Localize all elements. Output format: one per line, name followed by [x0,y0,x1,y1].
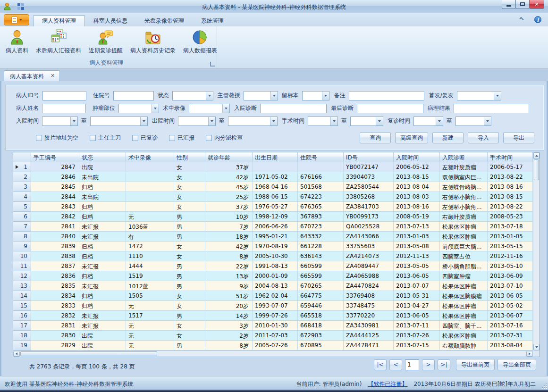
export-all-pages-button[interactable]: 导出全部页 [497,359,536,370]
column-header[interactable]: 就诊年龄 [205,152,253,162]
table-row[interactable]: 182830出院无女2岁2011-07-03672903ZA4444125201… [13,331,540,341]
filter-combo[interactable] [42,117,78,126]
dialog-launcher-icon[interactable] [210,62,215,67]
combo-dropdown-button[interactable] [376,117,383,125]
filter-text-input[interactable] [357,104,423,113]
collapse-ribbon-icon[interactable] [519,17,523,21]
row-header[interactable]: 6 [13,212,31,222]
filter-text-input[interactable] [349,91,424,100]
combo-dropdown-button[interactable] [152,104,159,113]
ribbon-button-2[interactable]: 术后病人汇报资料 [32,28,85,56]
table-row[interactable]: 142834归档1505女51岁1962-02-0466477533769408… [13,291,540,301]
table-row[interactable]: 42844未出院女25岁1988-06-15674223338052682013… [13,192,540,202]
filter-text-input[interactable] [454,104,529,113]
query-button[interactable]: 查询 [360,132,391,143]
filter-text-input[interactable] [42,104,86,113]
combo-dropdown-button[interactable] [330,117,337,125]
row-header[interactable]: 9 [13,242,31,251]
column-header[interactable]: 入院时间 [394,152,440,162]
close-button[interactable]: ✕ [529,0,544,9]
scroll-left-button[interactable] [13,351,20,357]
row-header[interactable]: 7 [13,222,31,232]
table-row[interactable]: 12847出院女37岁YB00721472006-05-12左额叶胶质瘤2006… [13,162,540,172]
filter-text-input[interactable] [42,91,86,100]
row-header[interactable]: 5 [13,202,31,212]
checkbox-reported[interactable] [169,135,175,141]
filter-combo[interactable] [413,117,443,126]
maximize-button[interactable] [515,0,530,9]
table-row[interactable]: 32845归档女45岁1968-04-16501568ZA25805442013… [13,182,540,192]
filter-combo[interactable] [350,117,383,126]
vertical-scrollbar[interactable] [533,152,540,350]
table-row[interactable]: 152833归档无女20岁1993-07-0765944633748475201… [13,301,540,311]
table-row[interactable]: 62842归档无男10岁1998-12-09367893YB0099173200… [13,212,540,222]
filter-combo[interactable] [118,104,159,113]
filter-combo[interactable] [455,117,491,126]
table-row[interactable]: 72841未汇报1036蓝男7岁2006-06-26670723QA002552… [13,222,540,232]
filter-combo[interactable] [302,91,329,100]
checkbox-chief-surgeon[interactable] [90,135,96,141]
filter-combo[interactable] [228,117,278,126]
filter-combo[interactable] [178,117,216,126]
checkbox-revisited[interactable] [132,135,138,141]
new-button[interactable]: 新建 [432,132,464,143]
row-header[interactable]: 3 [13,182,31,192]
combo-dropdown-button[interactable] [206,92,213,100]
tab-patient-basic-info[interactable]: 病人基本资料 ✕ [4,70,60,81]
filter-combo[interactable] [457,91,501,100]
scroll-right-button[interactable] [526,351,533,357]
checkbox-endocrine-exam[interactable] [206,135,212,141]
about-info-icon[interactable]: i [534,16,541,23]
ribbon-button-1[interactable]: 病人资料 [2,28,32,56]
table-row[interactable]: 132835未汇报1012蓝男9岁2004-08-13670265ZA44708… [13,281,540,291]
ribbon-tab-1[interactable]: 病人资料管理 [33,15,85,26]
filter-text-input[interactable] [260,104,327,113]
combo-dropdown-button[interactable] [70,117,77,125]
checkbox-film-address-empty[interactable] [36,135,42,141]
combo-dropdown-button[interactable] [494,92,501,100]
prev-page-button[interactable]: < [389,359,402,370]
combo-dropdown-button[interactable] [436,117,443,125]
row-header[interactable]: 12 [13,271,31,281]
filter-text-input[interactable] [113,91,154,100]
column-header[interactable]: 性别 [174,152,205,162]
combo-dropdown-button[interactable] [140,117,147,125]
table-row[interactable]: 102838归档1110女8岁2005-10-30636143ZA4214073… [13,251,540,261]
ribbon-button-3[interactable]: 近期复诊提醒 [85,28,126,56]
first-page-button[interactable]: |< [374,359,387,370]
ribbon-tab-3[interactable]: 光盘录像带管理 [136,15,193,26]
column-header[interactable]: 术中录像 [126,152,174,162]
row-header[interactable]: 11 [13,261,31,271]
filter-combo[interactable] [308,117,338,126]
column-header[interactable]: 状态 [79,152,126,162]
next-page-button[interactable]: > [422,359,435,370]
table-row[interactable]: 92839归档1472女42岁1970-08-19661228337556032… [13,242,540,251]
scroll-up-button[interactable] [533,152,540,159]
ribbon-tab-2[interactable]: 科室人员信息 [85,15,136,26]
table-row[interactable]: 82840未汇报有男18岁1995-01-21643332ZA414306620… [13,232,540,242]
last-page-button[interactable]: >| [438,359,450,370]
doc-tab-close-icon[interactable]: ✕ [51,73,55,81]
import-button[interactable]: 导入 [468,132,499,143]
table-row[interactable]: 172831未汇报无女3岁2010-01-30668418ZA343098120… [13,321,540,331]
row-header[interactable]: 1 [13,162,31,172]
row-header[interactable]: 2 [13,172,31,182]
table-row[interactable]: 52843归档女37岁1976-05-27676365ZA38417032013… [13,202,540,212]
resize-grip[interactable] [541,383,547,388]
filter-combo[interactable] [172,91,213,100]
row-header[interactable]: 16 [13,311,31,321]
row-header[interactable]: 17 [13,321,31,331]
column-header[interactable]: 出生日期 [253,152,298,162]
horizontal-scroll-thumb[interactable] [20,351,157,356]
table-row[interactable]: 112837未汇报1444男22岁1991-08-13660599ZA40894… [13,261,540,271]
table-row[interactable]: 122836归档1519男13岁2000-01-09665599ZA406598… [13,271,540,281]
ribbon-button-4[interactable]: 病人资料历史记录 [126,28,179,56]
filter-combo[interactable] [189,104,230,113]
combo-dropdown-button[interactable] [484,117,491,125]
column-header[interactable]: 住院号 [298,152,344,162]
filter-combo[interactable] [244,91,278,100]
vertical-scroll-thumb[interactable] [534,159,539,180]
row-header[interactable]: 15 [13,301,31,311]
row-header[interactable]: 14 [13,291,31,301]
row-header[interactable]: 19 [13,341,31,350]
